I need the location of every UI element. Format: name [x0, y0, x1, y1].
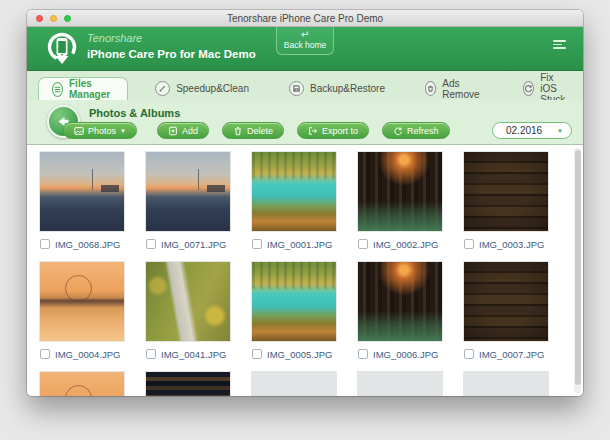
- fix-ios-stuck-icon: [523, 81, 534, 96]
- photo-thumb[interactable]: [40, 262, 124, 341]
- photo-thumb[interactable]: [358, 152, 442, 231]
- tenorshare-logo-icon: [43, 30, 81, 68]
- photo-cell: IMG_0001.JPG: [252, 152, 336, 251]
- window-title: Tenorshare iPhone Care Pro Demo: [227, 13, 383, 24]
- photo-thumb[interactable]: [358, 372, 442, 396]
- photo-thumb[interactable]: [146, 262, 230, 341]
- photo-cell: [146, 372, 230, 396]
- photo-cell: [40, 372, 124, 396]
- tab-speedup-clean[interactable]: Speedup&Clean: [142, 77, 262, 100]
- photo-thumb[interactable]: [464, 152, 548, 231]
- photo-filename: IMG_0007.JPG: [479, 349, 544, 360]
- minimize-button[interactable]: [50, 15, 57, 22]
- add-icon: [168, 126, 178, 136]
- speedup-clean-icon: [155, 81, 170, 96]
- zoom-button[interactable]: [64, 15, 71, 22]
- photo-cell: IMG_0007.JPG: [464, 262, 548, 361]
- photo-checkbox[interactable]: [252, 349, 262, 359]
- photo-cell: [358, 372, 442, 396]
- toolbar-buttons: Photos ▼ Add Delete Export to Refresh: [63, 122, 463, 139]
- photo-filename: IMG_0002.JPG: [373, 239, 438, 250]
- photo-thumb[interactable]: [40, 372, 124, 396]
- tab-files-manager[interactable]: Files Manager: [38, 77, 128, 100]
- photo-cell: IMG_0041.JPG: [146, 262, 230, 361]
- photo-filename: IMG_0071.JPG: [161, 239, 226, 250]
- scrollbar-thumb[interactable]: [575, 150, 581, 385]
- delete-button[interactable]: Delete: [222, 122, 284, 139]
- close-button[interactable]: [36, 15, 43, 22]
- photo-filename: IMG_0001.JPG: [267, 239, 332, 250]
- brand-block: Tenorshare iPhone Care Pro for Mac Demo: [87, 32, 256, 60]
- photo-grid: IMG_0068.JPG IMG_0071.JPG IMG_0001.JPG I…: [40, 152, 548, 396]
- photo-thumb[interactable]: [464, 372, 548, 396]
- tab-bar: Files Manager Speedup&Clean Backup&Resto…: [27, 71, 583, 100]
- ads-remove-icon: [425, 81, 436, 96]
- photo-grid-area: IMG_0068.JPG IMG_0071.JPG IMG_0001.JPG I…: [27, 145, 583, 396]
- photo-thumb[interactable]: [40, 152, 124, 231]
- photo-cell: IMG_0005.JPG: [252, 262, 336, 361]
- photo-thumb[interactable]: [146, 372, 230, 396]
- date-filter-select[interactable]: 02.2016 ▼: [492, 122, 572, 139]
- return-icon: ↵: [277, 30, 333, 39]
- photo-checkbox[interactable]: [464, 349, 474, 359]
- photo-cell: [252, 372, 336, 396]
- photo-cell: IMG_0002.JPG: [358, 152, 442, 251]
- photo-checkbox[interactable]: [252, 239, 262, 249]
- photo-cell: [464, 372, 548, 396]
- tab-backup-restore[interactable]: Backup&Restore: [276, 77, 398, 100]
- titlebar: Tenorshare iPhone Care Pro Demo: [27, 10, 583, 27]
- photo-cell: IMG_0071.JPG: [146, 152, 230, 251]
- photo-filename: IMG_0004.JPG: [55, 349, 120, 360]
- photo-checkbox[interactable]: [358, 349, 368, 359]
- photo-checkbox[interactable]: [358, 239, 368, 249]
- brand-name: Tenorshare: [87, 32, 256, 44]
- photo-checkbox[interactable]: [40, 239, 50, 249]
- photos-dropdown-button[interactable]: Photos ▼: [63, 122, 137, 139]
- section-title: Photos & Albums: [89, 107, 180, 119]
- export-button[interactable]: Export to: [297, 122, 369, 139]
- photo-filename: IMG_0006.JPG: [373, 349, 438, 360]
- photo-filename: IMG_0068.JPG: [55, 239, 120, 250]
- back-home-button[interactable]: ↵ Back home: [276, 27, 334, 55]
- photo-thumb[interactable]: [252, 152, 336, 231]
- photo-cell: IMG_0006.JPG: [358, 262, 442, 361]
- menu-icon[interactable]: [553, 40, 566, 51]
- refresh-icon: [393, 126, 403, 136]
- dropdown-caret-icon: ▼: [120, 128, 126, 134]
- photo-thumb[interactable]: [252, 372, 336, 396]
- export-icon: [308, 126, 318, 136]
- app-header: Tenorshare iPhone Care Pro for Mac Demo …: [27, 27, 583, 71]
- photo-checkbox[interactable]: [146, 239, 156, 249]
- photo-thumb[interactable]: [464, 262, 548, 341]
- tab-fix-ios-stuck[interactable]: Fix iOS Stuck: [510, 77, 582, 100]
- photo-checkbox[interactable]: [464, 239, 474, 249]
- photos-toolbar: Photos & Albums Photos ▼ Add Delete Expo…: [27, 100, 583, 145]
- photo-cell: IMG_0068.JPG: [40, 152, 124, 251]
- date-caret-icon: ▼: [557, 128, 563, 134]
- delete-icon: [233, 126, 243, 136]
- photo-filename: IMG_0003.JPG: [479, 239, 544, 250]
- photo-filename: IMG_0041.JPG: [161, 349, 226, 360]
- add-button[interactable]: Add: [157, 122, 209, 139]
- app-window: Tenorshare iPhone Care Pro Demo Tenorsha…: [27, 10, 583, 396]
- photo-filename: IMG_0005.JPG: [267, 349, 332, 360]
- tab-ads-remove[interactable]: Ads Remove: [412, 77, 496, 100]
- photo-checkbox[interactable]: [146, 349, 156, 359]
- files-manager-icon: [52, 82, 63, 97]
- traffic-lights: [36, 15, 71, 22]
- brand-subtitle: iPhone Care Pro for Mac Demo: [87, 48, 256, 60]
- photos-icon: [74, 126, 84, 136]
- photo-thumb[interactable]: [358, 262, 442, 341]
- photo-cell: IMG_0003.JPG: [464, 152, 548, 251]
- photo-thumb[interactable]: [146, 152, 230, 231]
- refresh-button[interactable]: Refresh: [382, 122, 450, 139]
- vertical-scrollbar[interactable]: [574, 148, 581, 393]
- photo-checkbox[interactable]: [40, 349, 50, 359]
- photo-thumb[interactable]: [252, 262, 336, 341]
- backup-restore-icon: [289, 81, 304, 96]
- photo-cell: IMG_0004.JPG: [40, 262, 124, 361]
